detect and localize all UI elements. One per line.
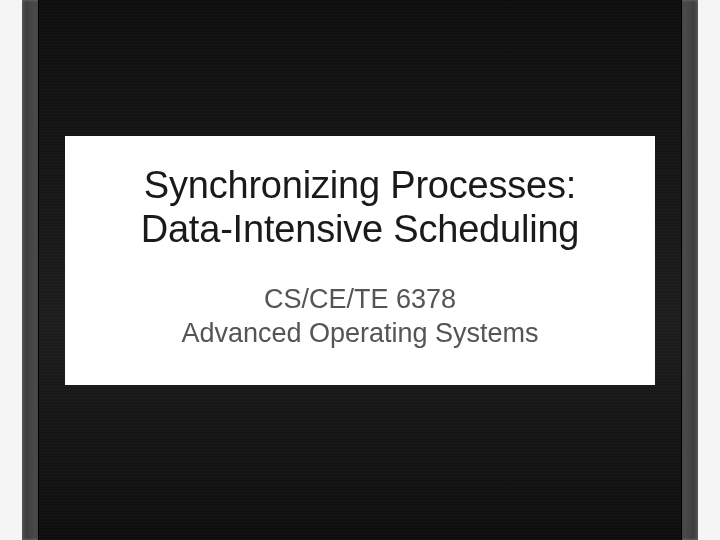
slide: Synchronizing Processes: Data-Intensive … bbox=[0, 0, 720, 540]
title-line-2: Data-Intensive Scheduling bbox=[141, 208, 580, 250]
title-card: Synchronizing Processes: Data-Intensive … bbox=[65, 136, 655, 385]
subtitle-line-2: Advanced Operating Systems bbox=[181, 318, 538, 348]
slide-title: Synchronizing Processes: Data-Intensive … bbox=[95, 164, 625, 251]
title-line-1: Synchronizing Processes: bbox=[144, 164, 576, 206]
slide-subtitle: CS/CE/TE 6378 Advanced Operating Systems bbox=[95, 283, 625, 351]
subtitle-line-1: CS/CE/TE 6378 bbox=[264, 284, 456, 314]
